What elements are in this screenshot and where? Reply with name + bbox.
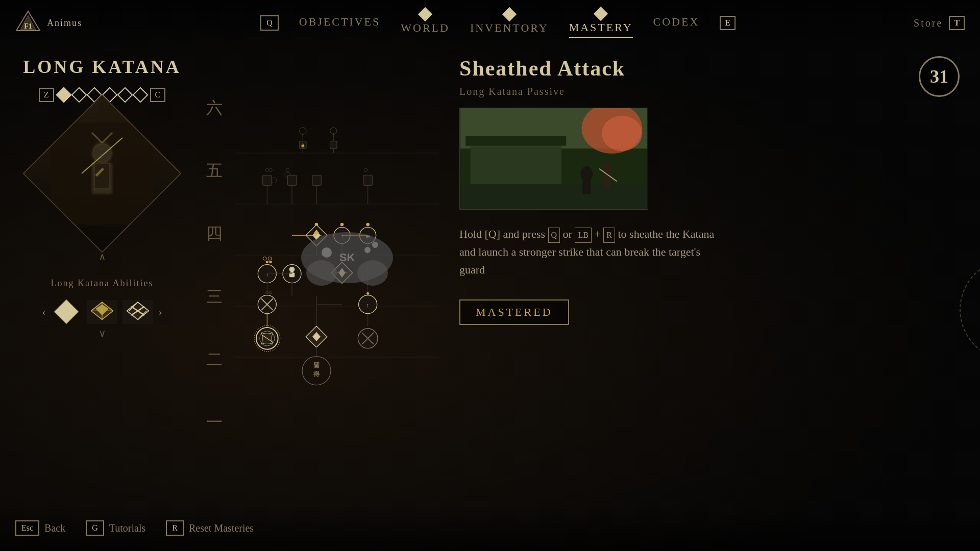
ability-wing-icon	[87, 298, 117, 326]
tier-6-label: 六	[194, 97, 235, 119]
nav-objectives-item[interactable]: Objectives	[299, 15, 381, 31]
e-key-badge: E	[720, 16, 736, 30]
svg-point-29	[340, 223, 344, 227]
tier5-lock-1[interactable]	[263, 175, 272, 185]
g-key-badge: G	[86, 520, 104, 536]
abilities-down-arrow[interactable]: ∨	[15, 327, 189, 339]
skill-preview-image	[459, 108, 648, 210]
tier5-lock-2[interactable]	[287, 175, 296, 185]
tier-4-label: 四	[194, 222, 235, 245]
svg-point-85	[602, 162, 612, 176]
skill-description: Hold [Q] and press Q or LB + R to sheath…	[459, 225, 715, 279]
mastery-points-value: 31	[930, 66, 948, 87]
right-panel: 31 Sheathed Attack Long Katana Passive	[439, 46, 980, 531]
codex-label: Codex	[653, 15, 700, 31]
mastered-section: MASTERED	[459, 299, 960, 325]
nav-center-group: Q Objectives World Inventory Mastery Cod…	[260, 9, 736, 38]
svg-point-21	[269, 168, 273, 172]
nav-inventory-item[interactable]: Inventory	[470, 9, 549, 37]
mastery-dot-1	[56, 87, 71, 103]
tier-5-label: 五	[194, 160, 235, 182]
c-key-badge: C	[150, 88, 166, 102]
abilities-nav: ‹	[15, 296, 189, 327]
svg-text:↑: ↑	[266, 272, 268, 278]
world-diamond-icon	[418, 7, 432, 21]
back-button-group[interactable]: Esc Back	[15, 520, 65, 536]
skill-tree-svg: 🔒 ↑	[235, 46, 439, 505]
ability-icon-2[interactable]	[87, 296, 117, 327]
svg-text:⊕: ⊕	[365, 234, 370, 239]
ability-icon-1[interactable]	[51, 296, 82, 327]
svg-rect-81	[465, 136, 567, 146]
svg-point-39	[266, 261, 268, 263]
r-key-badge: R	[166, 520, 184, 536]
svg-point-53	[366, 292, 369, 295]
svg-rect-82	[460, 184, 647, 210]
ability-slash-icon	[122, 298, 153, 326]
tier5-lock-4[interactable]	[363, 175, 372, 185]
svg-point-49	[269, 291, 272, 294]
description-to: to	[618, 228, 626, 240]
z-key-badge: Z	[39, 88, 54, 102]
svg-text:🔒: 🔒	[301, 143, 305, 147]
nav-left-group: F1 Animus	[15, 10, 82, 36]
ability-icon-3[interactable]	[122, 296, 153, 327]
tier-2-label: 二	[194, 348, 235, 371]
weapon-image	[22, 94, 181, 253]
svg-text:F1: F1	[24, 22, 32, 30]
svg-point-23	[364, 168, 368, 172]
svg-point-42	[289, 267, 295, 272]
nav-mastery-item[interactable]: Mastery	[569, 9, 633, 38]
svg-point-79	[602, 116, 642, 151]
svg-rect-12	[54, 299, 79, 324]
skill-subtitle: Long Katana Passive	[459, 86, 960, 97]
svg-rect-43	[289, 272, 295, 277]
svg-point-38	[268, 257, 272, 260]
store-label: Store	[914, 17, 943, 29]
svg-point-40	[269, 261, 272, 263]
svg-point-4	[92, 142, 112, 164]
reset-button-group[interactable]: R Reset Masteries	[166, 520, 254, 536]
weapon-title: LONG KATANA	[15, 56, 189, 78]
mastery-dot-5	[117, 87, 133, 103]
bottom-bar: Esc Back G Tutorials R Reset Masteries	[0, 505, 980, 551]
mastery-diamond-icon	[594, 6, 608, 20]
svg-point-37	[263, 257, 266, 260]
svg-rect-84	[582, 179, 591, 194]
inventory-diamond-icon	[502, 7, 517, 21]
animus-logo-icon: F1	[15, 10, 41, 36]
tier-1-label: 一	[194, 411, 235, 434]
nav-right-group: Store T	[914, 16, 965, 30]
tier6-lock-2[interactable]	[330, 141, 337, 149]
tutorials-label: Tutorials	[109, 522, 146, 534]
objectives-label: Objectives	[299, 15, 381, 31]
mastery-label: Mastery	[569, 21, 633, 38]
back-label: Back	[44, 522, 65, 534]
t-key-badge: T	[949, 16, 965, 30]
abilities-next-arrow[interactable]: ›	[158, 305, 162, 319]
ability-diamond-icon	[54, 299, 79, 324]
nav-world-item[interactable]: World	[401, 9, 450, 37]
svg-point-22	[286, 168, 289, 172]
tier5-lock-3[interactable]	[312, 175, 321, 185]
mastered-dashed-circle	[960, 259, 980, 361]
preview-scene-svg	[460, 108, 648, 209]
svg-text:↑: ↑	[340, 233, 344, 240]
svg-text:↑: ↑	[366, 303, 369, 308]
nav-codex-item[interactable]: Codex	[653, 15, 700, 31]
warrior-icon	[51, 122, 153, 224]
mastery-points-badge: 31	[919, 56, 960, 97]
tier-3-label: 三	[194, 286, 235, 308]
esc-key-badge: Esc	[15, 520, 39, 536]
top-navigation: F1 Animus Q Objectives World Inventory M…	[0, 0, 980, 46]
tier5-dot-2	[271, 178, 277, 183]
svg-point-30	[366, 223, 370, 227]
abilities-prev-arrow[interactable]: ‹	[42, 305, 46, 319]
tutorials-button-group[interactable]: G Tutorials	[86, 520, 145, 536]
svg-point-20	[265, 168, 269, 172]
svg-text:得: 得	[313, 370, 320, 378]
left-panel: LONG KATANA Z C	[0, 46, 204, 531]
mastered-badge: MASTERED	[459, 299, 569, 325]
q-key-badge: Q	[260, 15, 279, 31]
mastery-dot-2	[71, 87, 87, 103]
